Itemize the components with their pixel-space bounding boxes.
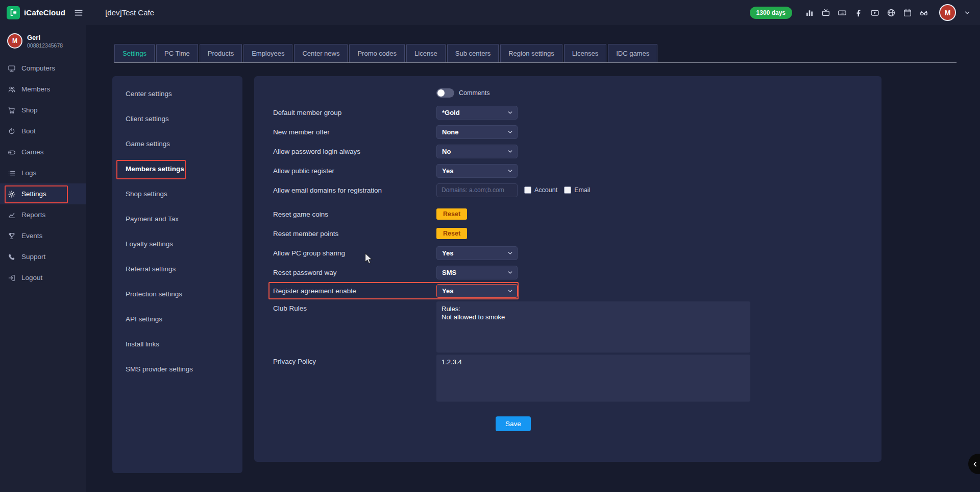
app-name: iCafeCloud: [24, 8, 65, 17]
sidebar-item-label: Boot: [21, 127, 36, 135]
new-member-offer-select[interactable]: None: [436, 125, 518, 139]
stats-icon[interactable]: [805, 8, 814, 17]
tab-licenses[interactable]: Licenses: [564, 44, 606, 62]
sidebar-item-support[interactable]: Support: [0, 246, 86, 267]
tab-settings[interactable]: Settings: [114, 44, 155, 62]
sidebar-item-shop[interactable]: Shop: [0, 100, 86, 121]
settings-nav-install-links[interactable]: Install links: [112, 332, 242, 357]
email-domains-input[interactable]: [436, 183, 518, 197]
shop-icon: [8, 106, 16, 114]
settings-nav-protection-settings[interactable]: Protection settings: [112, 282, 242, 307]
form-row: Reset password way SMS: [273, 263, 881, 282]
register-agreement-enable-select[interactable]: Yes: [436, 284, 518, 298]
privacy-policy-textarea[interactable]: 1.2.3.4: [436, 355, 750, 402]
sidebar-item-label: Settings: [21, 190, 46, 198]
tab-sub-centers[interactable]: Sub centers: [447, 44, 499, 62]
globe-icon[interactable]: [887, 8, 896, 17]
form-row: Reset game coins Reset: [273, 204, 881, 224]
tab-license[interactable]: License: [406, 44, 446, 62]
games-icon: [8, 148, 16, 156]
settings-nav-sms-provider-settings[interactable]: SMS provider settings: [112, 357, 242, 382]
tab-center-news[interactable]: Center news: [294, 44, 348, 62]
select-value: None: [442, 128, 459, 136]
settings-panels: Center settingsClient settingsGame setti…: [112, 76, 881, 473]
sidebar-item-computers[interactable]: Computers: [0, 58, 86, 79]
tab-region-settings[interactable]: Region settings: [500, 44, 562, 62]
field-label: Reset password way: [273, 269, 436, 276]
settings-nav-payment-and-tax[interactable]: Payment and Tax: [112, 206, 242, 231]
youtube-icon[interactable]: [870, 8, 879, 17]
tab-pc-time[interactable]: PC Time: [156, 44, 198, 62]
user-avatar[interactable]: M: [939, 4, 956, 21]
tab-products[interactable]: Products: [200, 44, 242, 62]
sidebar-item-label: Members: [21, 85, 50, 93]
club-rules-textarea[interactable]: Rules: Not allowed to smoke: [436, 301, 750, 353]
logout-icon: [8, 274, 16, 282]
allow-public-register-select[interactable]: Yes: [436, 164, 518, 178]
sidebar-item-reports[interactable]: Reports: [0, 204, 86, 225]
glasses-icon[interactable]: [919, 8, 928, 17]
sidebar-item-logs[interactable]: Logs: [0, 162, 86, 183]
sidebar-item-label: Support: [21, 253, 45, 261]
keyboard-icon[interactable]: [838, 8, 847, 17]
account-checkbox[interactable]: [524, 186, 531, 194]
account-checkbox-wrap[interactable]: Account: [524, 186, 557, 194]
chevron-left-icon: [971, 460, 979, 468]
chevron-down-icon[interactable]: [964, 9, 971, 16]
field-label: Reset member points: [273, 230, 436, 238]
sidebar-item-settings[interactable]: Settings: [0, 183, 86, 204]
calendar-icon[interactable]: [903, 8, 912, 17]
settings-nav-loyalty-settings[interactable]: Loyalty settings: [112, 231, 242, 256]
field-label: Allow public register: [273, 167, 436, 175]
chevron-down-icon: [507, 110, 513, 115]
comments-toggle[interactable]: [436, 88, 454, 98]
select-value: SMS: [442, 269, 456, 276]
tab-employees[interactable]: Employees: [243, 44, 292, 62]
sidebar-user-card[interactable]: M Geri 008812345678: [0, 25, 86, 54]
field-label: Register agreement enable: [273, 287, 436, 295]
checkbox-label: Account: [534, 186, 557, 194]
sidebar-item-events[interactable]: Events: [0, 225, 86, 246]
email-checkbox[interactable]: [564, 186, 571, 194]
sidebar-item-logout[interactable]: Logout: [0, 267, 86, 288]
app-logo[interactable]: iCafeCloud: [0, 6, 65, 19]
field-label: Allow email domains for registration: [273, 186, 436, 194]
events-icon: [8, 232, 16, 240]
settings-nav-referral-settings[interactable]: Referral settings: [112, 256, 242, 282]
sidebar-item-games[interactable]: Games: [0, 142, 86, 162]
form-row: Allow PC group sharing Yes: [273, 243, 881, 263]
members-icon: [8, 85, 16, 93]
tv-icon[interactable]: [821, 8, 830, 17]
default-member-group-select[interactable]: *Gold: [436, 106, 518, 120]
logs-icon: [8, 169, 16, 177]
settings-icon: [8, 190, 16, 198]
email-checkbox-wrap[interactable]: Email: [564, 186, 590, 194]
reset-game-coins-button[interactable]: Reset: [436, 208, 467, 220]
select-value: *Gold: [442, 109, 460, 116]
chevron-down-icon: [507, 129, 513, 135]
allow-pc-group-sharing-select[interactable]: Yes: [436, 246, 518, 260]
tab-promo-codes[interactable]: Promo codes: [349, 44, 405, 62]
settings-nav-api-settings[interactable]: API settings: [112, 307, 242, 332]
toggle-knob: [437, 89, 445, 97]
sidebar-item-boot[interactable]: Boot: [0, 121, 86, 142]
settings-nav-center-settings[interactable]: Center settings: [112, 81, 242, 106]
settings-nav-game-settings[interactable]: Game settings: [112, 131, 242, 156]
reset-password-way-select[interactable]: SMS: [436, 266, 518, 279]
field-label: Allow PC group sharing: [273, 249, 436, 257]
facebook-icon[interactable]: [854, 8, 863, 17]
settings-nav-members-settings[interactable]: Members settings: [112, 156, 242, 181]
tab-idc-games[interactable]: IDC games: [608, 44, 657, 62]
save-button[interactable]: Save: [496, 416, 531, 431]
user-name: Geri: [27, 34, 63, 41]
settings-nav-client-settings[interactable]: Client settings: [112, 106, 242, 131]
form-row: Default member group *Gold: [273, 103, 881, 122]
field-label: Reset game coins: [273, 210, 436, 218]
sidebar-item-label: Logs: [21, 169, 36, 177]
sidebar-item-members[interactable]: Members: [0, 79, 86, 100]
reset-member-points-button[interactable]: Reset: [436, 228, 467, 239]
settings-nav-shop-settings[interactable]: Shop settings: [112, 181, 242, 206]
hamburger-icon[interactable]: [74, 8, 84, 18]
field-label: Club Rules: [273, 301, 436, 312]
allow-password-login-select[interactable]: No: [436, 145, 518, 158]
